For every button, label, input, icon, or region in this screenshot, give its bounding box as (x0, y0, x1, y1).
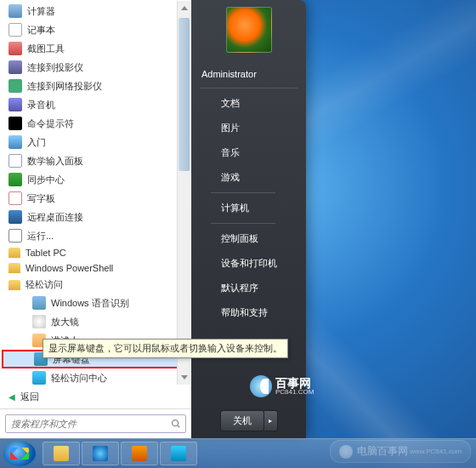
program-label: 轻松访问中心 (51, 372, 107, 385)
all-programs-list: 计算器记事本截图工具连接到投影仪连接到网络投影仪录音机命令提示符入门数学输入面板… (0, 0, 191, 385)
program-item[interactable]: 计算器 (0, 2, 191, 20)
program-item[interactable]: 录音机 (0, 95, 191, 114)
program-item[interactable]: Tablet PC (0, 245, 191, 260)
journal-icon (8, 191, 22, 205)
program-item[interactable]: 轻松访问 (0, 276, 191, 294)
right-panel-item[interactable]: 控制面板 (211, 226, 287, 251)
watermark-url: PC841.COM (275, 389, 314, 396)
separator (200, 88, 298, 88)
program-label: 计算器 (27, 5, 55, 18)
user-name-link[interactable]: Administrator (191, 63, 306, 85)
right-panel-item[interactable]: 设备和打印机 (211, 251, 287, 276)
recorder-icon (8, 98, 22, 111)
ie-icon (93, 446, 108, 461)
app-icon (171, 446, 186, 461)
math-icon (8, 154, 22, 168)
netproj-icon (8, 79, 22, 93)
program-label: 命令提示符 (27, 117, 74, 130)
right-panel-item[interactable]: 计算机 (211, 196, 287, 220)
right-panel-item[interactable]: 音乐 (211, 140, 287, 165)
speech-icon (32, 296, 46, 310)
sync-icon (8, 173, 22, 186)
projector-icon (8, 60, 22, 74)
run-icon (8, 229, 22, 243)
shutdown-container: 关机 ▸ (191, 403, 306, 438)
intro-icon (8, 135, 22, 149)
separator (211, 192, 276, 193)
magnifier-icon (32, 315, 46, 328)
tooltip: 显示屏幕键盘，它可以用鼠标或者切换输入设备来控制。 (42, 339, 288, 358)
program-item[interactable]: 记事本 (0, 20, 191, 39)
program-label: Tablet PC (26, 248, 66, 258)
program-label: Windows 语音识别 (51, 297, 129, 310)
shutdown-options-button[interactable]: ▸ (264, 410, 278, 431)
scrollbar-thumb[interactable] (178, 18, 190, 171)
start-orb[interactable] (3, 441, 36, 466)
program-item[interactable]: 轻松访问中心 (0, 368, 191, 385)
back-button[interactable]: 返回 (0, 385, 191, 408)
program-label: 数学输入面板 (27, 155, 83, 168)
cmd-icon (8, 117, 22, 130)
program-item[interactable]: 截图工具 (0, 39, 191, 58)
separator (211, 223, 276, 224)
watermark-baishi: 百事网 PC841.COM (250, 369, 326, 403)
snip-icon (8, 42, 22, 55)
taskbar (0, 438, 476, 468)
program-item[interactable]: 远程桌面连接 (0, 208, 191, 226)
program-label: 入门 (27, 136, 46, 149)
right-panel-item[interactable]: 图片 (211, 116, 287, 140)
program-item[interactable]: 写字板 (0, 189, 191, 208)
taskbar-ie[interactable] (82, 442, 119, 465)
program-label: 连接到投影仪 (27, 61, 83, 74)
right-panel-item[interactable]: 默认程序 (211, 276, 287, 300)
notepad-icon (8, 23, 22, 37)
program-item[interactable]: 放大镜 (0, 312, 191, 331)
program-label: 截图工具 (27, 43, 65, 55)
program-label: 远程桌面连接 (27, 211, 83, 224)
program-label: 放大镜 (51, 316, 79, 328)
wmp-icon (132, 446, 147, 461)
program-label: 轻松访问 (26, 278, 63, 291)
taskbar-wmp[interactable] (121, 442, 158, 465)
computer-icon (8, 4, 22, 18)
program-item[interactable]: 连接到网络投影仪 (0, 77, 191, 95)
rdp-icon (8, 210, 22, 224)
search-input[interactable] (5, 414, 186, 433)
start-menu-left-panel: 计算器记事本截图工具连接到投影仪连接到网络投影仪录音机命令提示符入门数学输入面板… (0, 0, 191, 438)
program-label: 同步中心 (27, 174, 65, 186)
program-item[interactable]: 数学输入面板 (0, 151, 191, 170)
taskbar-app[interactable] (160, 442, 197, 465)
right-panel-item[interactable]: 文档 (211, 91, 287, 116)
program-label: 记事本 (27, 24, 55, 37)
user-avatar[interactable] (226, 7, 272, 53)
program-item[interactable]: Windows 语音识别 (0, 294, 191, 312)
program-item[interactable]: 连接到投影仪 (0, 58, 191, 77)
eoa-icon (32, 371, 46, 385)
program-label: 写字板 (27, 192, 55, 205)
explorer-icon (54, 446, 69, 461)
right-panel-item[interactable]: 帮助和支持 (211, 300, 287, 325)
taskbar-explorer[interactable] (42, 442, 80, 465)
program-item[interactable]: 运行... (0, 226, 191, 245)
program-item[interactable]: 同步中心 (0, 170, 191, 189)
program-label: 运行... (27, 230, 54, 243)
program-label: Windows PowerShell (26, 263, 113, 273)
program-item[interactable]: 入门 (0, 133, 191, 151)
scrollbar[interactable] (177, 1, 190, 385)
search-container (0, 408, 191, 438)
watermark-name: 百事网 (275, 377, 314, 389)
shutdown-button[interactable]: 关机 (220, 410, 264, 431)
program-item[interactable]: 命令提示符 (0, 114, 191, 133)
program-label: 连接到网络投影仪 (27, 80, 102, 93)
back-label: 返回 (20, 391, 39, 403)
program-label: 录音机 (27, 99, 55, 111)
right-panel-item[interactable]: 游戏 (211, 165, 287, 190)
watermark-icon (250, 375, 272, 397)
program-item[interactable]: Windows PowerShell (0, 260, 191, 276)
